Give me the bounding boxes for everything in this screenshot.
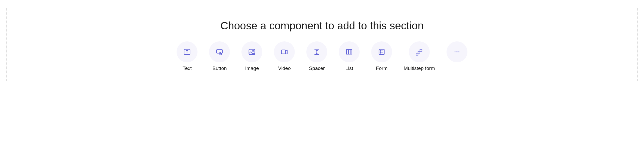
svg-rect-4 xyxy=(281,50,286,54)
component-label: Text xyxy=(183,65,192,71)
component-label: Video xyxy=(278,65,291,71)
image-icon xyxy=(241,41,262,62)
form-icon xyxy=(371,41,392,62)
section-title: Choose a component to add to this sectio… xyxy=(220,20,423,32)
svg-point-17 xyxy=(456,51,457,52)
svg-rect-10 xyxy=(350,50,352,54)
component-video[interactable]: Video xyxy=(274,41,295,71)
video-icon xyxy=(274,41,295,62)
component-label: List xyxy=(346,65,353,71)
svg-point-18 xyxy=(458,51,459,52)
component-label: Spacer xyxy=(309,65,325,71)
add-component-section: Choose a component to add to this sectio… xyxy=(6,8,638,81)
components-row: Text Button Image xyxy=(177,41,467,71)
component-list[interactable]: List xyxy=(339,41,360,71)
component-label: Multistep form xyxy=(404,65,435,71)
svg-rect-8 xyxy=(347,50,348,54)
svg-rect-9 xyxy=(348,50,350,54)
button-icon xyxy=(209,41,230,62)
svg-rect-1 xyxy=(217,50,223,53)
svg-point-14 xyxy=(380,52,381,53)
multistep-form-icon xyxy=(409,41,430,62)
svg-point-16 xyxy=(454,51,455,52)
svg-point-3 xyxy=(253,51,254,52)
component-multistep-form[interactable]: Multistep form xyxy=(404,41,435,71)
component-button[interactable]: Button xyxy=(209,41,230,71)
more-icon xyxy=(447,41,467,62)
component-text[interactable]: Text xyxy=(177,41,197,71)
component-form[interactable]: Form xyxy=(371,41,392,71)
spacer-icon xyxy=(306,41,327,62)
component-more[interactable] xyxy=(447,41,467,65)
component-label: Form xyxy=(376,65,387,71)
list-icon xyxy=(339,41,360,62)
component-label: Image xyxy=(245,65,259,71)
component-image[interactable]: Image xyxy=(241,41,262,71)
svg-point-12 xyxy=(380,51,381,51)
svg-rect-11 xyxy=(379,49,384,54)
component-label: Button xyxy=(212,65,227,71)
component-spacer[interactable]: Spacer xyxy=(306,41,327,71)
text-icon xyxy=(177,41,197,62)
